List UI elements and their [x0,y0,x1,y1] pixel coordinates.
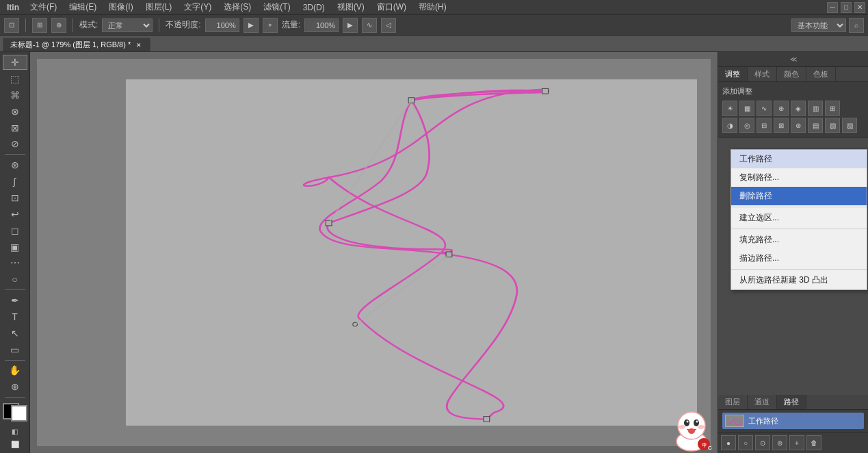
workspace-search[interactable]: ⌕ [849,18,864,33]
adj-color-lookup[interactable]: ⊠ [774,118,789,133]
adj-exposure[interactable]: ⊕ [774,101,789,116]
airbrush-toggle[interactable]: ⌖ [263,18,278,33]
fill-path-btn[interactable]: ● [721,435,736,450]
menu-window[interactable]: 窗口(W) [371,0,412,14]
flow-input[interactable] [304,18,339,32]
tab-styles[interactable]: 样式 [748,67,777,81]
brush-preview-btn[interactable]: ⊕ [51,18,66,33]
adj-hsl[interactable]: ▥ [808,101,823,116]
menu-help[interactable]: 帮助(H) [413,0,452,14]
add-adjustment-title: 添加调整 [722,86,864,96]
anchor-top-right [542,88,549,94]
history-brush[interactable]: ↩ [3,207,27,222]
tool-sep-4 [5,397,25,398]
tab-paths[interactable]: 路径 [777,395,806,409]
ctx-menu-stroke-path[interactable]: 描边路径... [731,249,867,268]
menu-image[interactable]: 图像(I) [103,0,138,14]
spot-heal-tool[interactable]: ⊛ [3,157,27,172]
selection-to-path-btn[interactable]: ⊚ [772,435,787,450]
stroke-path-btn[interactable]: ○ [738,435,753,450]
bezier-s-middle [328,101,452,253]
ctx-menu-duplicate-path[interactable]: 复制路径... [731,168,867,187]
layers-tabs: 图层 通道 路径 [718,395,868,410]
background-color[interactable] [11,405,27,422]
menu-select[interactable]: 选择(S) [218,0,257,14]
adj-curves[interactable]: ∿ [757,101,772,116]
tool-preset-button[interactable]: ⊡ [4,18,19,33]
minimize-button[interactable]: ─ [827,2,838,13]
new-path-btn[interactable]: + [789,435,804,450]
adj-bw[interactable]: ◑ [722,118,737,133]
tab-close-button[interactable]: ✕ [135,41,143,49]
quick-select-tool[interactable]: ⊗ [3,104,27,119]
ctx-menu-delete-path[interactable]: 删除路径 [731,187,867,205]
workspace-select[interactable]: 基本功能 [791,18,846,32]
maximize-button[interactable]: □ [841,2,852,13]
panel-collapse-btn[interactable]: ≪ [790,55,797,63]
tab-adjustments[interactable]: 调整 [718,67,748,81]
brush-size-btn[interactable]: ⊞ [32,18,47,33]
pen-tool[interactable]: ✒ [3,293,27,308]
menu-type[interactable]: 文字(Y) [179,0,217,14]
adj-posterize[interactable]: ▤ [808,118,823,133]
adj-threshold[interactable]: ▧ [825,118,840,133]
adj-gradient-map[interactable]: ▨ [842,118,857,133]
zoom-tool[interactable]: ⊕ [3,379,27,394]
tab-color[interactable]: 颜色 [777,67,806,81]
tab-layers[interactable]: 图层 [718,395,748,409]
menu-file[interactable]: 文件(F) [25,0,62,14]
brush-angle-btn[interactable]: ◁ [381,18,396,33]
close-button[interactable]: ✕ [854,2,865,13]
screen-mode[interactable]: ⬜ [3,439,27,450]
path-thumbnail [725,415,744,427]
path-to-selection-btn[interactable]: ⊙ [755,435,770,450]
flow-arrow[interactable]: ▶ [343,18,358,33]
menu-filter[interactable]: 滤镜(T) [258,0,295,14]
menu-edit[interactable]: 编辑(E) [64,0,102,14]
menu-3d[interactable]: 3D(D) [298,1,330,14]
adj-invert[interactable]: ⊛ [791,118,806,133]
move-tool[interactable]: ✛ [3,55,27,70]
hand-tool[interactable]: ✋ [3,363,27,378]
crop-tool[interactable]: ⊠ [3,120,27,135]
adj-photo-filter[interactable]: ◎ [739,118,754,133]
eraser-tool[interactable]: ◻ [3,223,27,238]
shape-tool[interactable]: ▭ [3,342,27,357]
tab-channels[interactable]: 通道 [748,395,777,409]
path-select-tool[interactable]: ↖ [3,326,27,341]
canvas-document [126,79,697,426]
tab-swatches[interactable]: 色板 [806,67,836,81]
ctx-menu-make-selection[interactable]: 建立选区... [731,209,867,227]
panel-tabs: 调整 样式 颜色 色板 [718,67,868,82]
adj-channel-mixer[interactable]: ⊟ [757,118,772,133]
blur-tool[interactable]: ⋯ [3,255,27,270]
text-tool[interactable]: T [3,309,27,324]
ctx-menu-fill-path[interactable]: 填充路径... [731,231,867,249]
adj-levels[interactable]: ▦ [739,101,754,116]
smoothing-btn[interactable]: ∿ [362,18,377,33]
color-selector[interactable] [3,403,27,422]
delete-path-btn[interactable]: 🗑 [806,435,821,450]
quick-mask-mode[interactable]: ◧ [3,426,27,437]
selection-tool[interactable]: ⬚ [3,71,27,86]
work-path-item[interactable]: 工作路径 [722,413,864,429]
ctx-menu-3d-extrude[interactable]: 从所选路径新建 3D 凸出 [731,271,867,289]
adj-colorbal[interactable]: ⊞ [825,101,840,116]
lasso-tool[interactable]: ⌘ [3,88,27,103]
dodge-tool[interactable]: ○ [3,272,27,287]
ctx-menu-work-path[interactable]: 工作路径 [731,150,867,168]
opacity-arrow[interactable]: ▶ [244,18,259,33]
mode-select[interactable]: 正常 溶解 正片叠底 [102,18,153,32]
menu-view[interactable]: 视图(V) [332,0,370,14]
opacity-input[interactable] [205,18,239,32]
mascot: 中 C [663,398,718,453]
menu-layer[interactable]: 图层(L) [140,0,178,14]
document-tab[interactable]: 未标题-1 @ 179% (图层 1, RGB/8) * ✕ [3,38,150,51]
adj-vibrance[interactable]: ◈ [791,101,806,116]
svg-point-5 [696,421,698,423]
brush-tool[interactable]: ∫ [3,174,27,189]
adj-brightness[interactable]: ☀ [722,101,737,116]
stamp-tool[interactable]: ⊡ [3,190,27,205]
gradient-tool[interactable]: ▣ [3,240,27,255]
eyedropper-tool[interactable]: ⊘ [3,136,27,151]
